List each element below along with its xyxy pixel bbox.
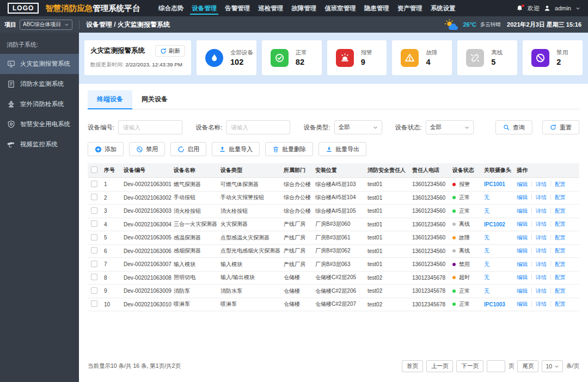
weather-desc: 多云转晴 (480, 21, 501, 28)
menu-item[interactable]: 巡检管理 (258, 0, 283, 16)
edit-link[interactable]: 编辑 (517, 274, 528, 280)
config-link[interactable]: 配置 (555, 248, 566, 254)
camera-link[interactable]: 无 (484, 288, 489, 294)
page-size-select[interactable]: 10 (542, 360, 563, 372)
camera-link[interactable]: 无 (484, 194, 489, 200)
row-checkbox[interactable] (91, 274, 97, 280)
menu-item[interactable]: 告警管理 (225, 0, 250, 16)
camera-link[interactable]: 无 (484, 235, 489, 241)
detail-link[interactable]: 详情 (536, 274, 547, 280)
row-checkbox[interactable] (91, 207, 97, 214)
select-all-checkbox[interactable] (91, 167, 97, 173)
refresh-button[interactable]: 刷新 (155, 45, 185, 57)
project-select[interactable]: ABC综合体项目 (20, 20, 72, 30)
prev-page-button[interactable]: 上一页 (426, 360, 454, 372)
row-checkbox[interactable] (91, 261, 97, 267)
detail-link[interactable]: 详情 (536, 261, 547, 267)
cell-device-code: Dev-002021063004 (124, 221, 174, 227)
config-link[interactable]: 配置 (555, 274, 566, 280)
edit-link[interactable]: 编辑 (517, 261, 528, 267)
chevron-down-icon[interactable] (575, 6, 580, 11)
edit-link[interactable]: 编辑 (517, 181, 528, 187)
reset-button[interactable]: 重置 (542, 120, 579, 134)
sidebar-item[interactable]: 智慧安全用电系统 (0, 114, 79, 134)
sidebar-item[interactable]: 室外消防栓系统 (0, 94, 79, 114)
action-button[interactable]: 禁用 (129, 142, 165, 156)
row-checkbox[interactable] (91, 220, 97, 227)
menu-item[interactable]: 系统设置 (431, 0, 456, 16)
row-checkbox[interactable] (91, 234, 97, 241)
detail-link[interactable]: 详情 (536, 221, 547, 227)
menu-item[interactable]: 综合态势 (158, 0, 183, 16)
camera-link[interactable]: 无 (484, 208, 489, 214)
device-code-input[interactable] (118, 120, 182, 134)
menu-item[interactable]: 故障管理 (291, 0, 316, 16)
edit-link[interactable]: 编辑 (517, 194, 528, 200)
camera-link[interactable]: 无 (484, 261, 489, 267)
tab[interactable]: 网关设备 (132, 90, 177, 109)
row-checkbox[interactable] (91, 300, 97, 307)
edit-link[interactable]: 编辑 (517, 288, 528, 294)
config-link[interactable]: 配置 (555, 221, 566, 227)
detail-link[interactable]: 详情 (536, 208, 547, 214)
sidebar-item[interactable]: 视频监控系统 (0, 134, 79, 155)
camera-link[interactable]: IPC1002 (484, 221, 505, 227)
row-checkbox[interactable] (91, 194, 97, 200)
device-type-select[interactable]: 全部 (334, 120, 382, 134)
config-link[interactable]: 配置 (555, 235, 566, 241)
config-link[interactable]: 配置 (555, 288, 566, 294)
cell-owner: test01 (367, 261, 412, 267)
detail-link[interactable]: 详情 (536, 248, 547, 254)
username[interactable]: admin (555, 5, 571, 11)
cell-department: 仓储楼 (284, 274, 315, 281)
query-button[interactable]: 查询 (495, 120, 532, 134)
detail-link[interactable]: 详情 (536, 235, 547, 241)
config-link[interactable]: 配置 (555, 181, 566, 187)
edit-link[interactable]: 编辑 (517, 301, 528, 307)
camera-link[interactable]: IPC1003 (484, 301, 505, 307)
action-button[interactable]: 批量删除 (265, 142, 313, 156)
edit-link[interactable]: 编辑 (517, 235, 528, 241)
detail-link[interactable]: 详情 (536, 301, 547, 307)
row-checkbox[interactable] (91, 287, 97, 294)
config-link[interactable]: 配置 (555, 194, 566, 200)
last-page-button[interactable]: 尾页 (517, 360, 538, 372)
action-button[interactable]: 添加 (88, 142, 124, 156)
next-page-button[interactable]: 下一页 (456, 360, 483, 372)
notification-bell-icon[interactable] (516, 5, 523, 12)
tab[interactable]: 终端设备 (88, 90, 132, 109)
config-link[interactable]: 配置 (555, 261, 566, 267)
edit-link[interactable]: 编辑 (517, 221, 528, 227)
cell-operations: 编辑详情配置 (517, 181, 579, 188)
action-button[interactable]: 批量导出 (318, 142, 366, 156)
cell-operations: 编辑详情配置 (517, 300, 579, 308)
menu-item[interactable]: 隐患管理 (364, 0, 389, 16)
camera-link[interactable]: 无 (484, 248, 489, 254)
app: LOGO 智慧消防应急管理系统平台 综合态势设备管理告警管理巡检管理故障管理值班… (0, 0, 588, 382)
stat-cards: 全部设备102 正常82 报警9 (197, 40, 583, 75)
config-link[interactable]: 配置 (555, 208, 566, 214)
detail-link[interactable]: 详情 (536, 194, 547, 200)
cell-device-type: 火灾探测器 (220, 220, 284, 228)
status-dot (452, 223, 456, 226)
edit-link[interactable]: 编辑 (517, 248, 528, 254)
sidebar-item[interactable]: 火灾监测报警系统 (0, 54, 79, 74)
action-button[interactable]: 批量导入 (212, 142, 260, 156)
sidebar-item[interactable]: 消防水监测系统 (0, 74, 79, 94)
detail-link[interactable]: 详情 (536, 288, 547, 294)
device-name-input[interactable] (226, 120, 290, 134)
row-checkbox[interactable] (91, 247, 97, 254)
menu-item[interactable]: 设备管理 (192, 0, 217, 16)
camera-link[interactable]: 无 (484, 274, 489, 280)
row-checkbox[interactable] (91, 181, 97, 187)
edit-link[interactable]: 编辑 (517, 208, 528, 214)
menu-item[interactable]: 值班室管理 (324, 0, 356, 16)
page-input[interactable] (487, 360, 505, 372)
first-page-button[interactable]: 首页 (402, 360, 423, 372)
camera-link[interactable]: IPC1001 (484, 181, 505, 187)
device-status-select[interactable]: 全部 (426, 120, 474, 134)
detail-link[interactable]: 详情 (536, 181, 547, 187)
action-button[interactable]: 启用 (170, 142, 206, 156)
menu-item[interactable]: 资产管理 (397, 0, 422, 16)
config-link[interactable]: 配置 (555, 301, 566, 307)
